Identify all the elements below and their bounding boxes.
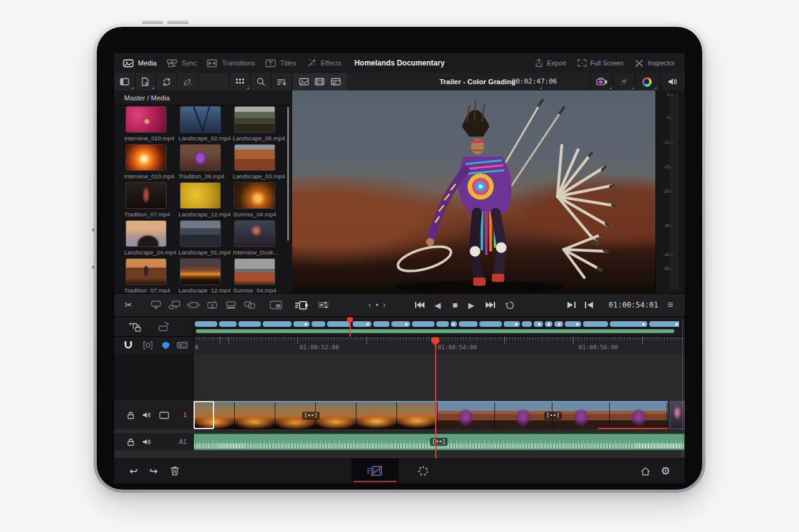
timeline-options-button[interactable]: ≡: [662, 294, 679, 316]
media-clip[interactable]: Tradition_07.mp4: [124, 182, 168, 218]
clip-thumbnail: [234, 144, 275, 171]
ruler-tick-label: 01:00:54:00: [438, 344, 477, 351]
media-clip[interactable]: Landscape_02.mp4: [179, 106, 222, 142]
tab-media[interactable]: Media: [123, 59, 157, 67]
breadcrumb[interactable]: Master / Media: [114, 90, 292, 105]
relink-icon: [162, 78, 172, 86]
sort-button[interactable]: [272, 73, 293, 90]
jog-control[interactable]: ‹ ● ›: [361, 294, 394, 316]
view-metadata-icon[interactable]: [331, 78, 341, 85]
media-clip[interactable]: Sunrise_04.mp4: [233, 182, 277, 218]
media-clip[interactable]: Interview_010.mp4: [124, 144, 168, 180]
tab-transitions[interactable]: Transitions: [207, 59, 255, 67]
viewer-timecode[interactable]: 00:02:47:06: [506, 73, 562, 90]
viewer-frame[interactable]: [292, 90, 655, 293]
view-thumbnail-icon[interactable]: [299, 78, 309, 85]
play-reverse-button[interactable]: ◀: [431, 294, 444, 316]
media-clip[interactable]: Landscape_24.mp4: [124, 220, 168, 256]
track-lock-tool-button[interactable]: [127, 317, 143, 336]
media-clip[interactable]: Tradition_06.mp4: [179, 144, 222, 180]
timeline-minimap[interactable]: [195, 321, 679, 327]
clip-color-button[interactable]: [174, 337, 190, 354]
media-clip[interactable]: Landscape_12.mp4: [179, 258, 222, 294]
audio-clip[interactable]: [••]: [194, 433, 685, 450]
play-to-in-button[interactable]: [564, 294, 579, 316]
home-button[interactable]: [637, 459, 654, 483]
color-grade-button[interactable]: [635, 73, 658, 90]
play-button[interactable]: ▶: [464, 294, 478, 316]
media-clip[interactable]: Tradition_07.mp4: [124, 258, 168, 294]
panel-layout-button[interactable]: [114, 73, 135, 90]
mini-clip: [353, 321, 371, 327]
delete-button[interactable]: [167, 459, 183, 483]
track-lock-icon[interactable]: [127, 411, 135, 419]
media-clip[interactable]: Interview_010.mp4: [124, 106, 168, 142]
tab-sync[interactable]: Sync: [167, 59, 197, 67]
view-filmstrip-icon[interactable]: [315, 78, 325, 85]
ripple-overwrite-button[interactable]: [185, 294, 202, 316]
track-mute-icon[interactable]: [142, 411, 152, 419]
unlink-button[interactable]: [177, 73, 199, 90]
fast-review-button[interactable]: [293, 294, 311, 316]
go-to-start-button[interactable]: [412, 294, 427, 316]
clip-thumbnail: [180, 258, 221, 285]
media-scrollbar[interactable]: [287, 107, 289, 241]
source-overwrite-button[interactable]: [223, 294, 239, 316]
meter-tick: -40: [656, 252, 670, 258]
undo-button[interactable]: ↩: [125, 459, 142, 483]
tools-adjust-button[interactable]: [315, 294, 331, 316]
tab-transitions-label: Transitions: [222, 59, 255, 67]
snapping-button[interactable]: [120, 337, 135, 354]
grid-view-button[interactable]: [230, 73, 251, 90]
inspector-button[interactable]: Inspector: [635, 59, 675, 67]
trash-icon: [170, 466, 179, 476]
relink-button[interactable]: [156, 73, 177, 90]
redo-button[interactable]: ↪: [145, 459, 162, 483]
timeline-playhead[interactable]: [435, 337, 436, 458]
export-button[interactable]: Export: [535, 59, 566, 67]
track-enable-icon[interactable]: [159, 412, 169, 419]
speaker-icon: [667, 77, 678, 86]
swap-clip-button[interactable]: [242, 294, 258, 316]
clip-red-underline: [598, 428, 668, 429]
loop-button[interactable]: [502, 294, 518, 316]
ruler-tick-label: 01:00:52:00: [300, 344, 339, 351]
tab-effects[interactable]: Effects: [306, 59, 341, 67]
cut-tool-button[interactable]: ✂: [120, 294, 137, 316]
video-clip-dancer[interactable]: [••]: [437, 401, 668, 429]
video-clip-sunset[interactable]: [••]: [194, 401, 437, 429]
play-to-out-button[interactable]: [581, 294, 596, 316]
track-lock-icon[interactable]: [127, 438, 135, 446]
append-clip-button[interactable]: [167, 294, 183, 316]
cut-page-button[interactable]: [351, 459, 399, 483]
magnet-icon: [124, 341, 133, 350]
search-button[interactable]: [251, 73, 272, 90]
stop-button[interactable]: ■: [448, 294, 462, 316]
media-clip[interactable]: Landscape_03.mp4: [233, 144, 277, 180]
camera-tool-button[interactable]: [590, 73, 613, 90]
fullscreen-button[interactable]: Full Screen: [577, 59, 624, 67]
track-mute-icon[interactable]: [142, 438, 152, 446]
insert-clip-button[interactable]: [148, 294, 164, 316]
place-on-top-button[interactable]: [204, 294, 220, 316]
tab-titles[interactable]: Titles: [265, 59, 297, 67]
jump-to-clip-button[interactable]: [155, 317, 172, 336]
fast-forward-button[interactable]: [483, 294, 498, 316]
mini-clip: [565, 321, 581, 327]
audio-monitor-button[interactable]: [660, 73, 684, 90]
media-clip[interactable]: Sunrise_04.mp4: [233, 258, 277, 294]
media-clip[interactable]: Landscape_06.mp4: [233, 106, 277, 142]
image-effects-button[interactable]: [612, 73, 635, 90]
picture-in-picture-button[interactable]: [268, 294, 284, 316]
media-clip[interactable]: Landscape_01.mp4: [179, 220, 222, 256]
settings-button[interactable]: ⚙: [657, 459, 674, 483]
media-clip[interactable]: Landscape_12.mp4: [179, 182, 222, 218]
media-clip[interactable]: Interview_Dusk...: [233, 220, 277, 256]
timeline-timecode[interactable]: 01:00:54:01: [609, 294, 657, 316]
flag-button[interactable]: [158, 337, 173, 354]
loop-icon: [505, 301, 515, 310]
export-icon: [535, 59, 543, 67]
color-page-button[interactable]: [406, 459, 441, 483]
marker-button[interactable]: [140, 337, 155, 354]
import-media-button[interactable]: [135, 73, 157, 90]
